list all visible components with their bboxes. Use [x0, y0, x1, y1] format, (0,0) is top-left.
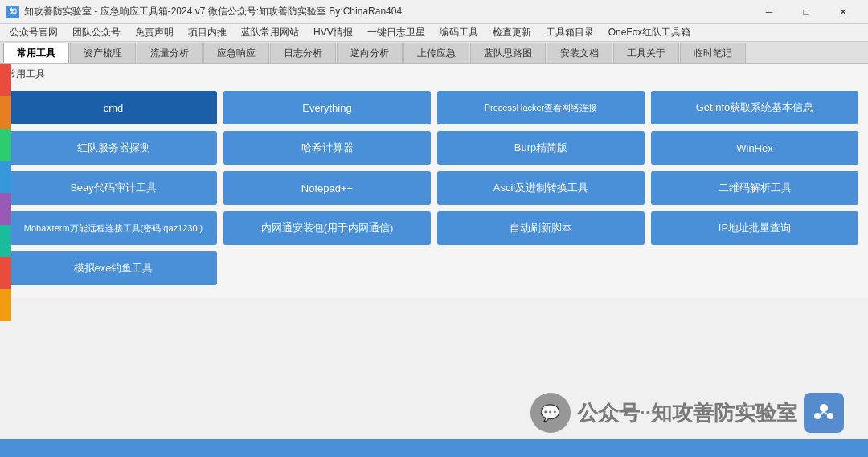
close-button[interactable]: ✕: [825, 0, 862, 24]
tool-button-3[interactable]: GetInfo获取系统基本信息: [651, 91, 858, 124]
tab-应急响应[interactable]: 应急响应: [203, 43, 269, 63]
maximize-button[interactable]: □: [788, 0, 825, 24]
app-icon: 知: [6, 6, 19, 18]
menu-item-编码工具[interactable]: 编码工具: [433, 24, 485, 41]
title-bar: 知 知攻善防实验室 - 应急响应工具箱-2024.v7 微信公众号:知攻善防实验…: [0, 0, 868, 24]
tool-button-2[interactable]: ProcessHacker查看网络连接: [437, 91, 645, 124]
tool-button-0[interactable]: 红队服务器探测: [10, 131, 217, 165]
menu-item-工具箱目录[interactable]: 工具箱目录: [539, 24, 600, 41]
main-content: cmdEverythingProcessHacker查看网络连接GetInfo获…: [0, 84, 868, 298]
tool-button-0[interactable]: Seay代码审计工具: [10, 171, 217, 205]
left-bar-segment-0: [0, 64, 11, 96]
tab-逆向分析[interactable]: 逆向分析: [337, 43, 403, 63]
menu-item-检查更新[interactable]: 检查更新: [486, 24, 538, 41]
tool-button-0[interactable]: MobaXterm万能远程连接工具(密码:qaz1230.): [10, 211, 217, 245]
tool-button-2[interactable]: Burp精简版: [437, 131, 645, 165]
tab-上传应急[interactable]: 上传应急: [403, 43, 469, 63]
left-bar-segment-7: [0, 289, 11, 321]
watermark-area: 💬 公众号··知攻善防实验室: [530, 393, 844, 433]
tab-工具关于[interactable]: 工具关于: [613, 43, 679, 63]
button-grid-row2: 红队服务器探测哈希计算器Burp精简版WinHex: [10, 131, 858, 165]
window-controls: ─ □ ✕: [751, 0, 862, 24]
menu-item-OneFox红队工具箱[interactable]: OneFox红队工具箱: [602, 24, 698, 41]
left-bar: [0, 64, 11, 321]
tool-button-2[interactable]: 自动刷新脚本: [437, 211, 645, 245]
section-title: 常用工具: [0, 64, 868, 84]
tool-button-3[interactable]: WinHex: [651, 131, 858, 165]
menu-item-一键日志卫星[interactable]: 一键日志卫星: [361, 24, 432, 41]
tool-button-1[interactable]: Everything: [223, 91, 431, 124]
left-bar-segment-2: [0, 129, 11, 161]
button-grid-row1: cmdEverythingProcessHacker查看网络连接GetInfo获…: [10, 91, 858, 124]
watermark-text: 公众号··知攻善防实验室: [577, 399, 797, 427]
tool-button-1[interactable]: 内网通安装包(用于内网通信): [223, 211, 431, 245]
menu-item-HVV情报[interactable]: HVV情报: [307, 24, 359, 41]
menu-item-团队公众号[interactable]: 团队公众号: [66, 24, 127, 41]
tab-临时笔记[interactable]: 临时笔记: [680, 43, 746, 63]
tab-日志分析[interactable]: 日志分析: [270, 43, 336, 63]
button-grid-row5: 模拟exe钓鱼工具: [10, 251, 858, 285]
menu-item-蓝队常用网站[interactable]: 蓝队常用网站: [235, 24, 305, 41]
tab-资产梳理[interactable]: 资产梳理: [70, 43, 136, 63]
tool-button-3[interactable]: 二维码解析工具: [651, 171, 858, 205]
left-bar-segment-5: [0, 225, 11, 257]
tool-button-1[interactable]: 哈希计算器: [223, 131, 431, 165]
left-bar-segment-3: [0, 161, 11, 193]
title-text: 知攻善防实验室 - 应急响应工具箱-2024.v7 微信公众号:知攻善防实验室 …: [24, 5, 751, 18]
button-grid-row3: Seay代码审计工具Notepad++Ascii及进制转换工具二维码解析工具: [10, 171, 858, 205]
tool-button-2[interactable]: Ascii及进制转换工具: [437, 171, 645, 205]
watermark-icon: 💬: [530, 393, 571, 433]
tool-button-1[interactable]: Notepad++: [223, 171, 431, 205]
svg-point-0: [820, 404, 828, 412]
tab-流量分析[interactable]: 流量分析: [137, 43, 203, 63]
menu-item-免责声明[interactable]: 免责声明: [129, 24, 180, 41]
tab-安装文档[interactable]: 安装文档: [547, 43, 612, 63]
left-bar-segment-1: [0, 96, 11, 129]
minimize-button[interactable]: ─: [751, 0, 788, 24]
left-bar-segment-4: [0, 193, 11, 225]
menu-bar: 公众号官网团队公众号免责声明项目内推蓝队常用网站HVV情报一键日志卫星编码工具检…: [0, 24, 868, 42]
tool-button-0[interactable]: cmd: [10, 91, 217, 124]
status-bar: [0, 439, 868, 457]
menu-item-项目内推[interactable]: 项目内推: [182, 24, 233, 41]
tool-button-row5-0[interactable]: 模拟exe钓鱼工具: [10, 251, 217, 285]
menu-item-公众号官网[interactable]: 公众号官网: [3, 24, 64, 41]
tab-bar: 常用工具资产梳理流量分析应急响应日志分析逆向分析上传应急蓝队思路图安装文档工具关…: [0, 42, 868, 64]
button-grid-row4: MobaXterm万能远程连接工具(密码:qaz1230.)内网通安装包(用于内…: [10, 211, 858, 245]
left-bar-segment-6: [0, 257, 11, 289]
tool-button-3[interactable]: IP地址批量查询: [651, 211, 858, 245]
watermark-logo: [804, 393, 844, 433]
tab-蓝队思路图[interactable]: 蓝队思路图: [470, 43, 546, 63]
tab-常用工具[interactable]: 常用工具: [3, 43, 69, 63]
